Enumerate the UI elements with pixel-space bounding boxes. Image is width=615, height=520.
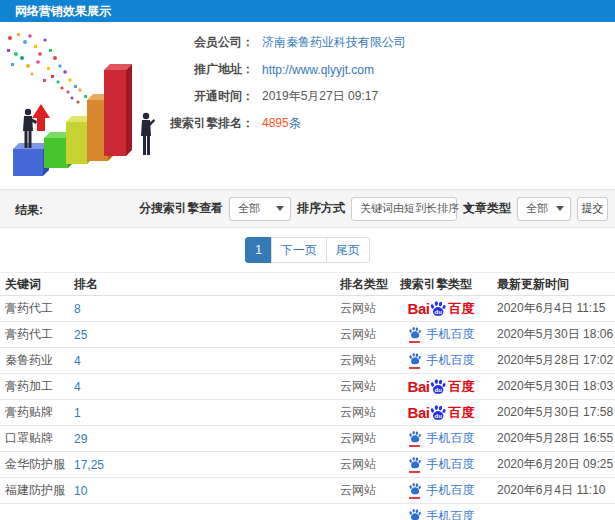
result-label: 结果: xyxy=(15,202,43,219)
table-body: 膏药代工8云网站Bai du 百度2020年6月4日 11:15膏药代工25云网… xyxy=(0,296,615,520)
rank-type-cell: 云网站 xyxy=(335,296,390,322)
keyword-cell: 膏药加工 xyxy=(0,374,69,400)
baidu-paw-icon: du xyxy=(429,378,447,396)
table-row: 膏药代工8云网站Bai du 百度2020年6月4日 11:15 xyxy=(0,296,615,322)
baidu-mobile-label: 手机百度 xyxy=(427,430,475,447)
engine-rank-label: 搜索引擎排名： xyxy=(158,115,254,132)
baidu-mobile-underline xyxy=(409,367,420,369)
open-time-value: 2019年5月27日 09:17 xyxy=(262,88,378,105)
baidu-logo-bai-text: Bai xyxy=(408,378,430,395)
submit-button[interactable]: 提交 xyxy=(577,197,608,221)
next-page-button[interactable]: 下一页 xyxy=(271,237,327,263)
chevron-down-icon xyxy=(556,206,564,211)
baidu-logo: Bai du 百度 xyxy=(408,378,475,396)
baidu-mobile-logo: 手机百度 xyxy=(408,508,475,520)
rank-cell: 17,25 xyxy=(69,452,335,478)
update-time-cell xyxy=(492,504,615,520)
company-link[interactable]: 济南秦鲁药业科技有限公司 xyxy=(262,34,406,51)
table-row: 福建防护服10云网站 手机百度2020年6月4日 11:10 xyxy=(0,478,615,504)
engine-rank-value: 4895条 xyxy=(262,115,301,132)
baidu-mobile-paw-icon xyxy=(408,326,422,343)
engine-cell: 手机百度 xyxy=(390,452,492,478)
update-time-cell: 2020年6月20日 09:25 xyxy=(492,452,615,478)
engine-cell: 手机百度 xyxy=(390,426,492,452)
engine-rank-row: 搜索引擎排名： 4895条 xyxy=(158,115,406,132)
baidu-mobile-paw-icon xyxy=(408,430,422,447)
keyword-cell: 金华防护服 xyxy=(0,452,69,478)
article-type-label: 文章类型 xyxy=(463,200,511,217)
update-time-cell: 2020年5月30日 18:06 xyxy=(492,322,615,348)
rank-link[interactable]: 25 xyxy=(74,328,87,342)
baidu-mobile-underline xyxy=(409,497,420,499)
rank-count: 4895 xyxy=(262,116,289,130)
baidu-logo: Bai du 百度 xyxy=(408,404,475,422)
baidu-mobile-paw-icon xyxy=(408,482,422,499)
rank-link[interactable]: 17,25 xyxy=(74,458,104,472)
update-time-cell: 2020年5月28日 17:02 xyxy=(492,348,615,374)
rank-unit: 条 xyxy=(289,116,301,130)
rank-link[interactable]: 4 xyxy=(74,380,81,394)
company-label: 会员公司： xyxy=(158,34,254,51)
last-page-button[interactable]: 尾页 xyxy=(326,237,370,263)
rank-link[interactable]: 1 xyxy=(74,406,81,420)
rank-type-cell: 云网站 xyxy=(335,374,390,400)
baidu-logo-cn-text: 百度 xyxy=(448,300,474,318)
keyword-cell: 膏药代工 xyxy=(0,322,69,348)
page-title: 网络营销效果展示 xyxy=(0,0,615,22)
confetti-dots xyxy=(7,33,87,104)
marketing-effect-page: 网络营销效果展示 xyxy=(0,0,615,520)
sort-select[interactable]: 关键词由短到长排序 xyxy=(351,197,457,221)
engine-view-select[interactable]: 全部 xyxy=(229,197,291,221)
rank-link[interactable]: 10 xyxy=(74,484,87,498)
filter-controls: 分搜索引擎查看 全部 排序方式 关键词由短到长排序 文章类型 全部 提交 xyxy=(139,190,608,227)
rank-link[interactable]: 8 xyxy=(74,302,81,316)
baidu-mobile-paw-icon xyxy=(408,352,422,369)
baidu-mobile-label: 手机百度 xyxy=(427,508,475,520)
promo-url-link[interactable]: http://www.qlyyjt.com xyxy=(262,63,374,77)
sort-selected: 关键词由短到长排序 xyxy=(360,201,459,216)
rank-cell: 4 xyxy=(69,348,335,374)
svg-text:du: du xyxy=(435,412,443,418)
keyword-cell: 膏药代工 xyxy=(0,296,69,322)
table-row: 秦鲁药业4云网站 手机百度2020年5月28日 17:02 xyxy=(0,348,615,374)
rank-type-cell: 云网站 xyxy=(335,322,390,348)
baidu-mobile-logo: 手机百度 xyxy=(408,456,475,473)
rank-type-cell xyxy=(335,504,390,520)
article-type-select[interactable]: 全部 xyxy=(517,197,571,221)
baidu-paw-icon xyxy=(408,482,422,496)
baidu-mobile-paw-icon xyxy=(408,456,422,473)
keyword-cell: 福建防护服 xyxy=(0,478,69,504)
page-1-button[interactable]: 1 xyxy=(245,237,272,263)
rank-cell: 1 xyxy=(69,400,335,426)
sort-label: 排序方式 xyxy=(297,200,345,217)
engine-cell: Bai du 百度 xyxy=(390,374,492,400)
rank-link[interactable]: 4 xyxy=(74,354,81,368)
table-row: 口罩贴牌29云网站 手机百度2020年5月28日 16:55 xyxy=(0,426,615,452)
engine-cell: Bai du 百度 xyxy=(390,296,492,322)
engine-cell: 手机百度 xyxy=(390,322,492,348)
info-section: 会员公司： 济南秦鲁药业科技有限公司 推广地址： http://www.qlyy… xyxy=(0,22,615,188)
company-row: 会员公司： 济南秦鲁药业科技有限公司 xyxy=(158,34,406,51)
engine-view-label: 分搜索引擎查看 xyxy=(139,200,223,217)
rank-type-cell: 云网站 xyxy=(335,426,390,452)
engine-cell: Bai du 百度 xyxy=(390,400,492,426)
svg-text:du: du xyxy=(435,308,443,314)
engine-view-selected: 全部 xyxy=(238,201,260,216)
baidu-mobile-label: 手机百度 xyxy=(427,326,475,343)
header-rank: 排名 xyxy=(69,273,335,296)
rank-type-cell: 云网站 xyxy=(335,478,390,504)
keyword-cell: 膏药贴牌 xyxy=(0,400,69,426)
rank-cell: 10 xyxy=(69,478,335,504)
results-table: 关键词 排名 排名类型 搜索引擎类型 最新更新时间 膏药代工8云网站Bai du… xyxy=(0,272,615,520)
update-time-cell: 2020年6月4日 11:15 xyxy=(492,296,615,322)
baidu-mobile-label: 手机百度 xyxy=(427,352,475,369)
rank-type-cell: 云网站 xyxy=(335,452,390,478)
baidu-mobile-logo: 手机百度 xyxy=(408,352,475,369)
keyword-cell: 秦鲁药业 xyxy=(0,348,69,374)
table-row: 膏药代工25云网站 手机百度2020年5月30日 18:06 xyxy=(0,322,615,348)
rank-link[interactable]: 29 xyxy=(74,432,87,446)
baidu-mobile-underline xyxy=(409,341,420,343)
rank-cell: 25 xyxy=(69,322,335,348)
baidu-paw-icon xyxy=(408,326,422,340)
open-time-row: 开通时间： 2019年5月27日 09:17 xyxy=(158,88,406,105)
